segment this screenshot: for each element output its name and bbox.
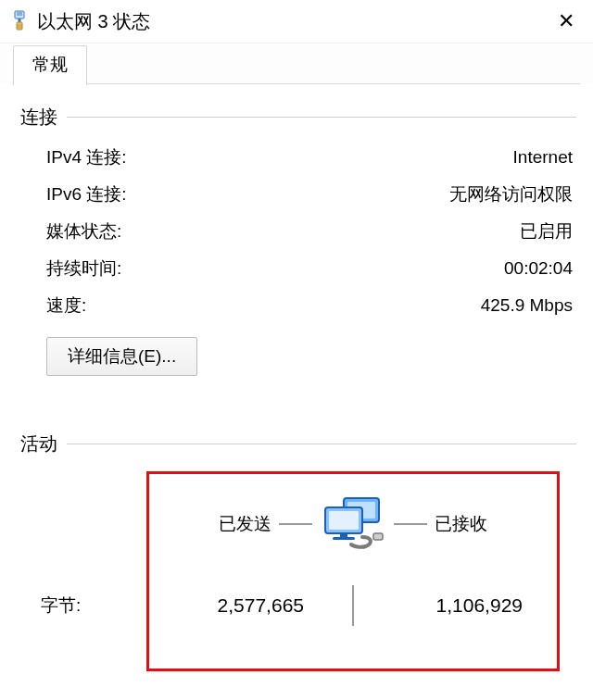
tab-strip: 常规 — [0, 44, 593, 84]
ipv6-label: IPv6 连接: — [46, 182, 127, 206]
activity-center — [279, 496, 427, 552]
bytes-sent-value: 2,577,665 — [146, 594, 341, 617]
tab-general[interactable]: 常规 — [13, 45, 87, 85]
tab-baseline — [87, 49, 580, 84]
svg-rect-13 — [333, 537, 355, 540]
media-label: 媒体状态: — [46, 219, 121, 244]
section-rule — [67, 444, 576, 444]
row-speed: 速度: 425.9 Mbps — [46, 287, 573, 324]
duration-label: 持续时间: — [46, 256, 121, 281]
recv-label: 已接收 — [427, 512, 560, 536]
activity-area: 已发送 — [41, 473, 560, 636]
section-connection-label: 连接 — [20, 105, 57, 130]
sent-label: 已发送 — [146, 512, 279, 536]
computers-icon — [320, 496, 386, 552]
section-activity: 活动 已发送 — [20, 431, 576, 636]
window-title: 以太网 3 状态 — [37, 9, 552, 34]
duration-value: 00:02:04 — [504, 258, 573, 279]
svg-rect-3 — [19, 19, 21, 22]
row-ipv4: IPv4 连接: Internet — [46, 139, 573, 176]
row-ipv6: IPv6 连接: 无网络访问权限 — [46, 176, 573, 213]
bytes-recv-value: 1,106,929 — [365, 594, 560, 617]
svg-rect-12 — [340, 533, 347, 537]
dash-left — [279, 523, 312, 525]
dash-right — [394, 523, 427, 525]
row-media: 媒体状态: 已启用 — [46, 213, 573, 250]
bytes-label: 字节: — [41, 594, 146, 618]
section-connection: 连接 IPv4 连接: Internet IPv6 连接: 无网络访问权限 媒体… — [20, 105, 576, 376]
svg-rect-11 — [329, 511, 359, 530]
row-duration: 持续时间: 00:02:04 — [46, 250, 573, 287]
close-icon[interactable]: ✕ — [552, 7, 580, 35]
activity-row-bytes: 字节: 2,577,665 1,106,929 — [41, 575, 560, 636]
speed-value: 425.9 Mbps — [481, 295, 573, 316]
details-button[interactable]: 详细信息(E)... — [46, 337, 197, 376]
media-value: 已启用 — [520, 219, 573, 244]
activity-row-labels: 已发送 — [41, 473, 560, 575]
ipv6-value: 无网络访问权限 — [449, 182, 573, 206]
ipv4-label: IPv4 连接: — [46, 145, 127, 169]
vertical-bar — [352, 585, 354, 626]
speed-label: 速度: — [46, 294, 86, 318]
ipv4-value: Internet — [513, 147, 573, 168]
connection-properties: IPv4 连接: Internet IPv6 连接: 无网络访问权限 媒体状态:… — [20, 139, 576, 324]
section-activity-label: 活动 — [20, 431, 57, 456]
network-adapter-icon — [9, 8, 30, 34]
svg-rect-14 — [373, 533, 383, 540]
titlebar: 以太网 3 状态 ✕ — [0, 0, 593, 43]
section-rule — [67, 117, 576, 118]
